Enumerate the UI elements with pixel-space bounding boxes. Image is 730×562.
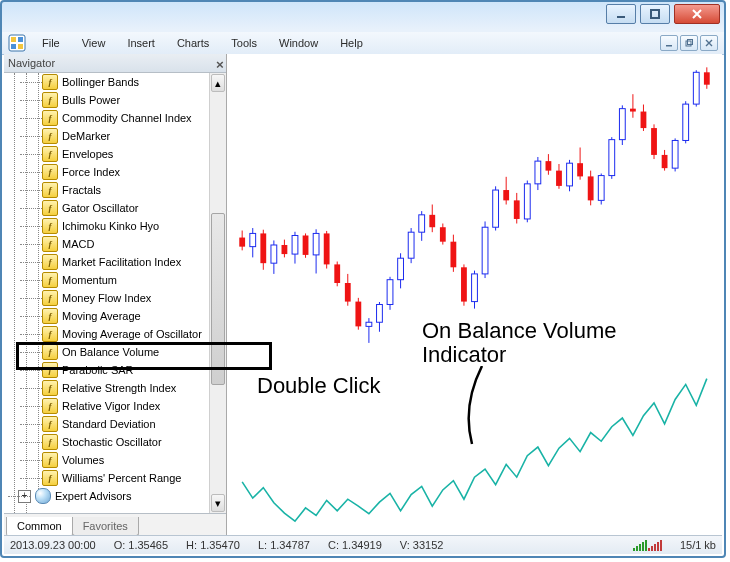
- indicator-icon: f: [42, 110, 58, 126]
- indicator-item[interactable]: fStochastic Oscillator: [20, 433, 216, 451]
- mdi-restore-button[interactable]: [680, 35, 698, 51]
- indicator-icon: f: [42, 326, 58, 342]
- navigator-titlebar: Navigator ×: [4, 54, 226, 73]
- svg-rect-41: [398, 258, 404, 279]
- svg-rect-91: [662, 155, 668, 168]
- expert-advisors-node[interactable]: +Expert Advisors: [8, 487, 216, 505]
- chart-area[interactable]: Double Click On Balance Volume Indicator: [227, 54, 722, 536]
- mdi-close-button[interactable]: [700, 35, 718, 51]
- menu-window[interactable]: Window: [269, 35, 328, 51]
- scroll-thumb[interactable]: [211, 213, 225, 385]
- svg-rect-21: [292, 235, 298, 254]
- indicator-icon: f: [42, 470, 58, 486]
- svg-rect-8: [686, 41, 691, 46]
- status-high: H: 1.35470: [186, 539, 240, 551]
- indicator-item[interactable]: fBulls Power: [20, 91, 216, 109]
- svg-rect-85: [630, 109, 636, 112]
- window-minimize-button[interactable]: [606, 4, 636, 24]
- navigator-tab-favorites[interactable]: Favorites: [72, 517, 139, 537]
- window-close-button[interactable]: [674, 4, 720, 24]
- svg-rect-87: [641, 112, 647, 129]
- status-datetime: 2013.09.23 00:00: [10, 539, 96, 551]
- menu-help[interactable]: Help: [330, 35, 373, 51]
- tree-item-label: Market Facilitation Index: [62, 256, 181, 268]
- app-icon: [8, 34, 26, 52]
- navigator-panel: Navigator × fBollinger BandsfBulls Power…: [4, 54, 227, 536]
- svg-rect-59: [493, 190, 499, 227]
- indicator-item[interactable]: fMarket Facilitation Index: [20, 253, 216, 271]
- indicator-item[interactable]: fIchimoku Kinko Hyo: [20, 217, 216, 235]
- indicator-item[interactable]: fRelative Vigor Index: [20, 397, 216, 415]
- indicator-item[interactable]: fMoving Average: [20, 307, 216, 325]
- navigator-tab-common[interactable]: Common: [6, 517, 73, 537]
- indicator-item[interactable]: fFractals: [20, 181, 216, 199]
- svg-rect-99: [704, 72, 710, 84]
- indicator-item[interactable]: fRelative Strength Index: [20, 379, 216, 397]
- indicator-item[interactable]: fMoney Flow Index: [20, 289, 216, 307]
- indicator-icon: f: [42, 236, 58, 252]
- indicator-item[interactable]: fCommodity Channel Index: [20, 109, 216, 127]
- indicator-item[interactable]: fMoving Average of Oscillator: [20, 325, 216, 343]
- svg-rect-39: [387, 280, 393, 305]
- svg-rect-5: [11, 44, 16, 49]
- indicator-item[interactable]: fParabolic SAR: [20, 361, 216, 379]
- indicator-icon: f: [42, 416, 58, 432]
- scroll-down-icon[interactable]: ▾: [211, 494, 225, 512]
- indicator-icon: f: [42, 362, 58, 378]
- svg-rect-31: [345, 283, 351, 302]
- tree-item-label: MACD: [62, 238, 94, 250]
- svg-rect-75: [577, 163, 583, 176]
- tree-item-label: Bollinger Bands: [62, 76, 139, 88]
- svg-rect-47: [429, 215, 435, 227]
- price-and-obv-chart: [227, 54, 722, 536]
- svg-rect-77: [588, 176, 594, 200]
- indicator-item[interactable]: fOn Balance Volume: [20, 343, 216, 361]
- status-open: O: 1.35465: [114, 539, 168, 551]
- indicator-icon: f: [42, 452, 58, 468]
- navigator-scrollbar[interactable]: ▴ ▾: [209, 73, 226, 513]
- indicator-icon: f: [42, 254, 58, 270]
- navigator-tree[interactable]: fBollinger BandsfBulls PowerfCommodity C…: [4, 73, 226, 514]
- navigator-close-button[interactable]: ×: [210, 56, 224, 70]
- svg-rect-6: [18, 44, 23, 49]
- indicator-item[interactable]: fMomentum: [20, 271, 216, 289]
- status-close: C: 1.34919: [328, 539, 382, 551]
- indicator-item[interactable]: fForce Index: [20, 163, 216, 181]
- svg-rect-55: [472, 274, 478, 302]
- window-maximize-button[interactable]: [640, 4, 670, 24]
- svg-rect-27: [324, 233, 330, 264]
- status-traffic: 15/1 kb: [680, 539, 716, 551]
- scroll-up-icon[interactable]: ▴: [211, 74, 225, 92]
- svg-rect-83: [619, 109, 625, 140]
- indicator-icon: f: [42, 272, 58, 288]
- svg-rect-65: [524, 184, 530, 219]
- svg-rect-45: [419, 215, 425, 232]
- indicator-item[interactable]: fBollinger Bands: [20, 73, 216, 91]
- menu-file[interactable]: File: [32, 35, 70, 51]
- navigator-tabs: Common Favorites: [4, 514, 226, 536]
- menu-tools[interactable]: Tools: [221, 35, 267, 51]
- indicator-item[interactable]: fWilliams' Percent Range: [20, 469, 216, 487]
- svg-rect-15: [260, 233, 266, 263]
- tree-item-label: Relative Strength Index: [62, 382, 176, 394]
- indicator-item[interactable]: fEnvelopes: [20, 145, 216, 163]
- menu-view[interactable]: View: [72, 35, 116, 51]
- indicator-item[interactable]: fStandard Deviation: [20, 415, 216, 433]
- svg-rect-49: [440, 227, 446, 241]
- tree-item-label: Stochastic Oscillator: [62, 436, 162, 448]
- svg-rect-53: [461, 267, 467, 301]
- menu-insert[interactable]: Insert: [117, 35, 165, 51]
- menu-charts[interactable]: Charts: [167, 35, 219, 51]
- tree-item-label: Moving Average of Oscillator: [62, 328, 202, 340]
- indicator-item[interactable]: fGator Oscillator: [20, 199, 216, 217]
- connection-bars-icon: [633, 539, 662, 551]
- indicator-item[interactable]: fMACD: [20, 235, 216, 253]
- indicator-icon: f: [42, 308, 58, 324]
- mdi-minimize-button[interactable]: [660, 35, 678, 51]
- indicator-item[interactable]: fDeMarker: [20, 127, 216, 145]
- indicator-icon: f: [42, 164, 58, 180]
- indicator-item[interactable]: fVolumes: [20, 451, 216, 469]
- status-low: L: 1.34787: [258, 539, 310, 551]
- svg-rect-33: [355, 302, 361, 327]
- svg-rect-1: [651, 10, 659, 18]
